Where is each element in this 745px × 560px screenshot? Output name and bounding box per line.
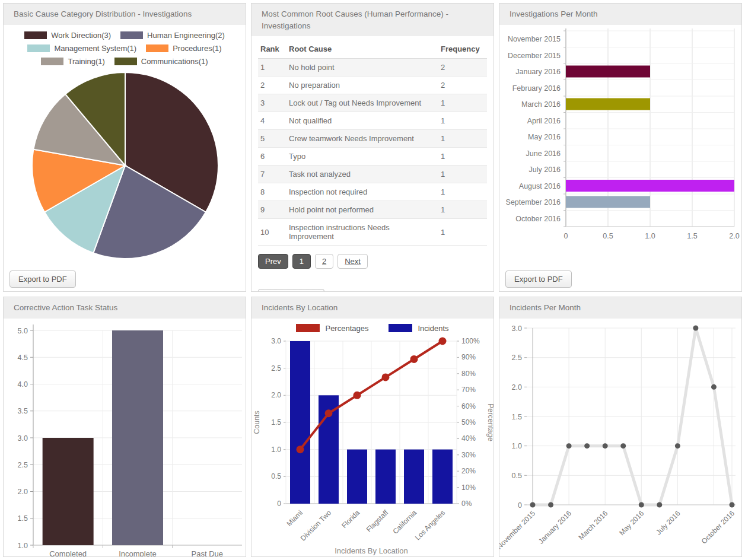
svg-text:Counts: Counts [253, 411, 261, 434]
svg-text:4.5: 4.5 [18, 353, 28, 361]
legend-label: Incidents [418, 324, 448, 333]
legend-item: Incidents [389, 324, 448, 333]
table-cell: 1 [438, 148, 487, 166]
panel-investigations-per-month: Investigations Per Month 00.51.01.52.0No… [499, 3, 742, 292]
table-cell: 1 [438, 130, 487, 148]
table-cell: No preparation [286, 77, 438, 94]
legend-label: Work Direction(3) [51, 31, 111, 40]
export-pdf-button[interactable]: Export to PDF [9, 271, 76, 288]
table-row: 4Not qualified1 [258, 112, 487, 130]
panel-root-causes: Most Common Root Causes (Human Performan… [251, 3, 494, 292]
svg-text:40%: 40% [461, 434, 476, 443]
pagination: Prev 1 2 Next [258, 254, 494, 269]
legend-label: Human Engineering(2) [147, 31, 225, 40]
svg-text:Past Due: Past Due [192, 549, 223, 557]
table-cell: 4 [258, 112, 286, 130]
investigations-per-month-svg: 00.51.01.52.0November 2015December 2015J… [499, 25, 741, 260]
export-pdf-button[interactable]: Export to PDF [505, 271, 572, 288]
svg-text:100%: 100% [461, 337, 480, 345]
svg-text:1.5: 1.5 [687, 232, 697, 240]
svg-text:2.5: 2.5 [512, 354, 522, 362]
legend-item: Percentages [296, 324, 368, 333]
table-cell: 1 [438, 219, 487, 246]
incidents-location-panel-body: PercentagesIncidents 00.51.01.52.02.53.0… [251, 319, 494, 557]
incidents-per-month-chart: 00.51.01.52.02.53.0November 2015January … [499, 319, 741, 557]
svg-text:1.5: 1.5 [512, 412, 522, 421]
legend-item: Management System(1) [27, 44, 136, 53]
table-cell: 1 [438, 183, 487, 201]
pagination-prev-button[interactable]: Prev [258, 254, 288, 269]
svg-text:September 2016: September 2016 [506, 198, 561, 206]
pagination-page-1[interactable]: 1 [292, 254, 311, 269]
svg-text:60%: 60% [461, 402, 476, 410]
table-row: 9Hold point not performed1 [258, 201, 487, 219]
legend-item: Training(1) [41, 57, 104, 66]
svg-text:20%: 20% [461, 467, 476, 475]
legend-swatch [146, 44, 168, 52]
svg-text:March 2016: March 2016 [521, 100, 561, 109]
legend-label: Training(1) [68, 57, 104, 66]
table-row: 7Task not analyzed1 [258, 166, 487, 183]
legend-item: Work Direction(3) [24, 31, 111, 40]
svg-text:California: California [391, 508, 418, 536]
legend-label: Communications(1) [141, 57, 208, 66]
table-cell: Lock out / Tag out Needs Improvement [286, 94, 438, 112]
svg-text:3.5: 3.5 [18, 407, 28, 415]
svg-text:1.0: 1.0 [271, 445, 281, 453]
table-row: 3Lock out / Tag out Needs Improvement1 [258, 94, 487, 112]
svg-text:30%: 30% [461, 450, 476, 459]
panel-title-incidents-by-location: Incidents By Location [251, 297, 494, 319]
svg-text:December 2015: December 2015 [508, 51, 561, 59]
svg-text:0.5: 0.5 [271, 472, 281, 481]
table-cell: 1 [258, 59, 286, 77]
svg-text:Completed: Completed [49, 549, 87, 557]
task-status-chart: 1.01.52.02.53.03.54.04.55.0CompletedInco… [4, 319, 246, 557]
legend-label: Management System(1) [54, 44, 136, 53]
corrective-action-task-status-svg: 1.01.52.02.53.03.54.04.55.0CompletedInco… [4, 319, 246, 557]
legend-swatch [41, 58, 63, 65]
svg-text:1.5: 1.5 [271, 418, 281, 427]
svg-text:June 2016: June 2016 [526, 149, 561, 157]
legend-item: Procedures(1) [146, 44, 221, 53]
panel-incidents-per-month: Incidents Per Month 00.51.01.52.02.53.0N… [499, 297, 742, 557]
svg-text:March 2016: March 2016 [577, 509, 610, 542]
svg-text:1.5: 1.5 [18, 514, 28, 523]
svg-text:November 2015: November 2015 [499, 509, 537, 551]
table-cell: Inspection instructions Needs Improvemen… [286, 219, 438, 246]
table-cell: 9 [258, 201, 286, 219]
svg-text:0: 0 [564, 232, 568, 240]
pareto-chart-legend: PercentagesIncidents [251, 319, 494, 333]
investigations-per-month-chart: 00.51.01.52.0November 2015December 2015J… [499, 25, 741, 262]
svg-text:Miami: Miami [285, 508, 305, 528]
svg-text:2.0: 2.0 [512, 383, 522, 391]
table-cell: 3 [258, 94, 286, 112]
root-causes-panel-body: RankRoot CauseFrequency1No hold point22N… [251, 40, 494, 292]
svg-text:2.0: 2.0 [729, 232, 739, 240]
svg-text:Incidents By Location: Incidents By Location [335, 546, 408, 555]
legend-item: Human Engineering(2) [120, 31, 225, 40]
basic-cause-panel-body: Work Direction(3)Human Engineering(2)Man… [4, 25, 246, 269]
table-cell: Task not analyzed [286, 166, 438, 183]
legend-label: Percentages [325, 324, 368, 333]
svg-text:Flagstaff: Flagstaff [365, 508, 390, 533]
table-row: 2No preparation2 [258, 77, 487, 94]
pagination-next-button[interactable]: Next [338, 254, 368, 269]
svg-text:2.5: 2.5 [18, 460, 28, 469]
legend-swatch [296, 324, 320, 332]
svg-text:10%: 10% [461, 483, 476, 491]
svg-text:3.0: 3.0 [271, 337, 281, 345]
svg-text:January 2016: January 2016 [515, 68, 561, 76]
legend-swatch [120, 31, 143, 39]
svg-text:July 2016: July 2016 [654, 509, 682, 536]
incidents-per-month-svg: 00.51.01.52.02.53.0November 2015January … [499, 319, 741, 557]
table-cell: 6 [258, 148, 286, 166]
panel-basic-cause-distribution: Basic Cause Category Distribution - Inve… [3, 3, 246, 292]
svg-text:0: 0 [518, 501, 522, 509]
svg-text:1.0: 1.0 [18, 541, 28, 549]
pagination-page-2[interactable]: 2 [315, 254, 333, 269]
legend-item: Communications(1) [114, 57, 208, 66]
panel-title-task-status: Corrective Action Task Status [4, 297, 246, 319]
svg-text:3.0: 3.0 [18, 434, 28, 442]
table-cell: 2 [258, 77, 286, 94]
export-pdf-button[interactable]: Export to PDF [258, 289, 324, 292]
